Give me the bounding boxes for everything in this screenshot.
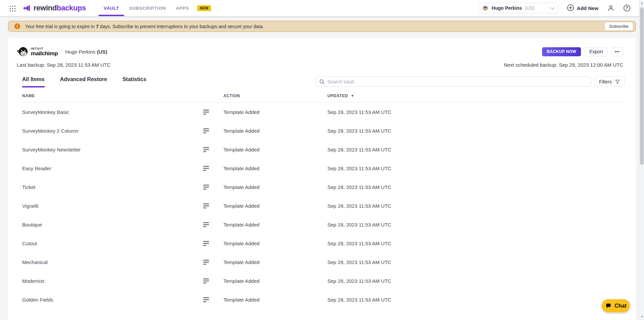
plus-circle-icon xyxy=(567,4,574,12)
mailchimp-logo: INTUIT mailchimp xyxy=(17,46,58,58)
vault-tabs: All Items Advanced Restore Statistics xyxy=(22,76,146,87)
chat-label: Chat xyxy=(614,303,627,309)
backup-now-button[interactable]: BACKUP NOW xyxy=(542,47,581,56)
brand-wordmark: rewindbackups xyxy=(34,4,86,12)
table-row[interactable]: Golden Fields Template Added Sep 28, 202… xyxy=(22,290,625,309)
tab-statistics[interactable]: Statistics xyxy=(122,76,146,87)
item-name: Modernist xyxy=(22,278,203,284)
chat-bubble-icon xyxy=(605,303,612,309)
scroll-down-arrow[interactable]: ▼ xyxy=(639,314,644,319)
warning-icon: ! xyxy=(14,23,20,29)
template-icon xyxy=(203,241,209,246)
table-row[interactable]: Vignelli Template Added Sep 28, 2023 11:… xyxy=(22,196,625,215)
account-region: (US) xyxy=(525,5,535,11)
item-updated: Sep 28, 2023 11:53 AM UTC xyxy=(327,203,625,209)
scrollbar: ▲ ▼ xyxy=(639,0,644,320)
item-updated: Sep 28, 2023 11:53 AM UTC xyxy=(327,166,625,171)
nav-apps[interactable]: APPS xyxy=(171,0,194,16)
export-button[interactable]: Export xyxy=(585,47,607,56)
tab-all-items[interactable]: All Items xyxy=(22,76,45,87)
trial-banner-message: Your free trial is going to expire in 7 … xyxy=(25,24,264,29)
item-name: Golden Fields xyxy=(22,297,203,303)
col-action: ACTION xyxy=(223,93,327,98)
rewind-logo[interactable]: rewindbackups xyxy=(23,4,86,12)
add-new-button[interactable]: Add New xyxy=(567,4,598,12)
item-name: Ticket xyxy=(22,184,203,190)
scroll-up-arrow[interactable]: ▲ xyxy=(639,1,644,6)
item-updated: Sep 28, 2023 11:53 AM UTC xyxy=(327,147,625,152)
help-button[interactable]: ? xyxy=(623,4,631,12)
table-row[interactable]: SurveyMonkey Basic Template Added Sep 28… xyxy=(22,103,625,121)
vault-card: INTUIT mailchimp Hugo Perkins (US) BACKU… xyxy=(8,38,636,320)
table-row[interactable]: Mechanical Template Added Sep 28, 2023 1… xyxy=(22,253,625,271)
table-row[interactable]: SurveyMonkey Newsletter Template Added S… xyxy=(22,140,625,159)
table-row[interactable]: Boutique Template Added Sep 28, 2023 11:… xyxy=(22,215,625,234)
table-row[interactable]: Ticket Template Added Sep 28, 2023 11:53… xyxy=(22,178,625,196)
vault-header: INTUIT mailchimp Hugo Perkins (US) BACKU… xyxy=(8,38,636,68)
primary-nav: VAULT SUBSCRIPTION APPS NEW xyxy=(99,0,211,16)
chevron-down-icon xyxy=(551,5,554,11)
table-row[interactable]: Easy Reader Template Added Sep 28, 2023 … xyxy=(22,159,625,178)
template-icon xyxy=(203,185,209,190)
filter-icon xyxy=(615,79,620,84)
scrollbar-thumb[interactable] xyxy=(640,7,644,165)
item-name: SurveyMonkey Newsletter xyxy=(22,147,203,152)
col-updated[interactable]: UPDATED ▼ xyxy=(327,93,625,98)
search-input[interactable] xyxy=(327,79,588,84)
item-name: Cutout xyxy=(22,241,203,246)
template-icon xyxy=(203,128,209,133)
item-action: Template Added xyxy=(223,203,327,209)
item-updated: Sep 28, 2023 11:53 AM UTC xyxy=(327,241,625,246)
item-action: Template Added xyxy=(223,166,327,171)
template-icon xyxy=(203,166,209,171)
item-updated: Sep 28, 2023 11:53 AM UTC xyxy=(327,278,625,284)
apps-grid-icon[interactable] xyxy=(9,5,15,11)
add-new-label: Add New xyxy=(577,5,598,11)
item-action: Template Added xyxy=(223,128,327,134)
mailchimp-freddie-icon xyxy=(17,46,29,58)
new-badge: NEW xyxy=(197,5,211,11)
mailchimp-label: mailchimp xyxy=(31,51,58,56)
table-header: NAME ACTION UPDATED ▼ xyxy=(22,87,625,103)
table-row[interactable]: SurveyMonkey 2 Column Template Added Sep… xyxy=(22,121,625,140)
intuit-label: INTUIT xyxy=(31,47,58,50)
item-action: Template Added xyxy=(223,278,327,284)
item-action: Template Added xyxy=(223,241,327,246)
chat-button[interactable]: Chat xyxy=(602,299,630,312)
profile-button[interactable] xyxy=(607,4,614,12)
filters-button[interactable]: Filters xyxy=(595,76,625,87)
item-name: SurveyMonkey 2 Column xyxy=(22,128,203,134)
item-action: Template Added xyxy=(223,259,327,265)
subscribe-button[interactable]: Subscribe xyxy=(605,22,633,30)
item-updated: Sep 28, 2023 11:53 AM UTC xyxy=(327,128,625,134)
last-backup-text: Last backup: Sep 28, 2023 11:53 AM UTC xyxy=(17,62,111,68)
template-icon xyxy=(203,260,209,265)
filters-label: Filters xyxy=(599,79,612,84)
item-name: Easy Reader xyxy=(22,166,203,171)
item-action: Template Added xyxy=(223,109,327,115)
item-updated: Sep 28, 2023 11:53 AM UTC xyxy=(327,222,625,228)
item-action: Template Added xyxy=(223,297,327,303)
tab-advanced-restore[interactable]: Advanced Restore xyxy=(60,76,107,87)
next-backup-text: Next scheduled backup: Sep 29, 2023 12:0… xyxy=(504,62,623,68)
item-name: Vignelli xyxy=(22,203,203,209)
vault-account-title: Hugo Perkins (US) xyxy=(65,49,107,55)
account-selector[interactable]: Hugo Perkins (US) xyxy=(478,3,558,13)
nav-vault[interactable]: VAULT xyxy=(99,0,124,16)
table-row[interactable]: Cutout Template Added Sep 28, 2023 11:53… xyxy=(22,234,625,253)
trial-banner: ! Your free trial is going to expire in … xyxy=(8,21,636,32)
person-icon xyxy=(607,4,614,12)
nav-subscription[interactable]: SUBSCRIPTION xyxy=(124,0,171,16)
item-updated: Sep 28, 2023 11:53 AM UTC xyxy=(327,297,625,303)
item-action: Template Added xyxy=(223,184,327,190)
template-icon xyxy=(203,203,209,208)
search-vault-box xyxy=(316,76,591,87)
template-icon xyxy=(203,147,209,152)
col-name: NAME xyxy=(22,93,203,98)
sort-desc-icon: ▼ xyxy=(351,94,354,98)
template-icon xyxy=(203,297,209,302)
more-options-button[interactable]: ••• xyxy=(611,47,623,56)
table-row[interactable]: Modernist Template Added Sep 28, 2023 11… xyxy=(22,271,625,290)
top-bar: rewindbackups VAULT SUBSCRIPTION APPS NE… xyxy=(0,0,644,16)
search-icon xyxy=(319,79,325,84)
